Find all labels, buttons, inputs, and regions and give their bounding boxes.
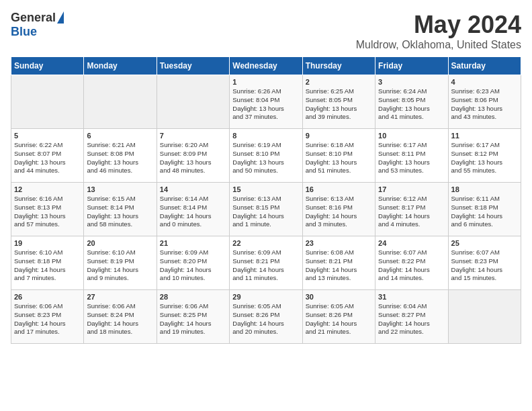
day-info: Sunrise: 6:20 AM Sunset: 8:09 PM Dayligh… [160, 141, 226, 175]
calendar-cell: 30Sunrise: 6:05 AM Sunset: 8:26 PM Dayli… [302, 290, 375, 344]
calendar-cell: 24Sunrise: 6:07 AM Sunset: 8:22 PM Dayli… [375, 236, 448, 290]
calendar-cell: 19Sunrise: 6:10 AM Sunset: 8:18 PM Dayli… [11, 236, 84, 290]
day-info: Sunrise: 6:10 AM Sunset: 8:18 PM Dayligh… [14, 248, 81, 283]
day-number: 27 [87, 293, 153, 301]
day-info: Sunrise: 6:24 AM Sunset: 8:05 PM Dayligh… [378, 87, 445, 122]
calendar-cell [448, 290, 521, 344]
weekday-header: Friday [375, 57, 448, 75]
calendar-cell: 9Sunrise: 6:18 AM Sunset: 8:10 PM Daylig… [302, 129, 375, 183]
calendar-cell [84, 75, 157, 129]
day-info: Sunrise: 6:07 AM Sunset: 8:22 PM Dayligh… [378, 248, 445, 283]
day-info: Sunrise: 6:06 AM Sunset: 8:25 PM Dayligh… [160, 302, 226, 336]
calendar-cell [157, 75, 229, 129]
day-info: Sunrise: 6:18 AM Sunset: 8:10 PM Dayligh… [306, 141, 372, 175]
logo-blue-text: Blue [11, 25, 37, 39]
day-number: 24 [378, 239, 445, 247]
day-number: 6 [87, 132, 153, 140]
logo-general-text: General [11, 11, 56, 25]
calendar-cell: 27Sunrise: 6:06 AM Sunset: 8:24 PM Dayli… [84, 290, 157, 344]
calendar-week-row: 26Sunrise: 6:06 AM Sunset: 8:23 PM Dayli… [11, 290, 521, 344]
day-info: Sunrise: 6:26 AM Sunset: 8:04 PM Dayligh… [232, 87, 299, 122]
day-info: Sunrise: 6:13 AM Sunset: 8:15 PM Dayligh… [232, 195, 299, 229]
day-info: Sunrise: 6:08 AM Sunset: 8:21 PM Dayligh… [306, 248, 372, 283]
day-info: Sunrise: 6:25 AM Sunset: 8:05 PM Dayligh… [306, 87, 372, 122]
day-number: 12 [14, 185, 81, 193]
day-info: Sunrise: 6:09 AM Sunset: 8:20 PM Dayligh… [160, 248, 226, 283]
day-number: 21 [160, 239, 226, 247]
day-info: Sunrise: 6:13 AM Sunset: 8:16 PM Dayligh… [306, 195, 372, 229]
calendar-cell: 15Sunrise: 6:13 AM Sunset: 8:15 PM Dayli… [230, 183, 302, 236]
weekday-header: Wednesday [230, 57, 302, 75]
day-info: Sunrise: 6:05 AM Sunset: 8:26 PM Dayligh… [232, 302, 299, 336]
day-number: 5 [14, 132, 81, 140]
day-info: Sunrise: 6:17 AM Sunset: 8:12 PM Dayligh… [451, 141, 518, 175]
day-number: 8 [232, 132, 299, 140]
month-title: May 2024 [356, 11, 521, 39]
calendar-cell: 26Sunrise: 6:06 AM Sunset: 8:23 PM Dayli… [11, 290, 84, 344]
calendar-cell: 21Sunrise: 6:09 AM Sunset: 8:20 PM Dayli… [157, 236, 229, 290]
day-info: Sunrise: 6:05 AM Sunset: 8:26 PM Dayligh… [306, 302, 372, 336]
day-info: Sunrise: 6:09 AM Sunset: 8:21 PM Dayligh… [232, 248, 299, 283]
calendar-cell: 16Sunrise: 6:13 AM Sunset: 8:16 PM Dayli… [302, 183, 375, 236]
day-info: Sunrise: 6:14 AM Sunset: 8:14 PM Dayligh… [160, 195, 226, 229]
day-number: 2 [306, 78, 372, 86]
day-info: Sunrise: 6:16 AM Sunset: 8:13 PM Dayligh… [14, 195, 81, 229]
day-number: 30 [306, 293, 372, 301]
calendar-cell: 23Sunrise: 6:08 AM Sunset: 8:21 PM Dayli… [302, 236, 375, 290]
calendar-cell: 29Sunrise: 6:05 AM Sunset: 8:26 PM Dayli… [230, 290, 302, 344]
day-number: 1 [232, 78, 299, 86]
calendar-cell: 13Sunrise: 6:15 AM Sunset: 8:14 PM Dayli… [84, 183, 157, 236]
day-info: Sunrise: 6:11 AM Sunset: 8:18 PM Dayligh… [451, 195, 518, 229]
calendar-cell: 28Sunrise: 6:06 AM Sunset: 8:25 PM Dayli… [157, 290, 229, 344]
calendar-cell: 22Sunrise: 6:09 AM Sunset: 8:21 PM Dayli… [230, 236, 302, 290]
calendar-header-row: SundayMondayTuesdayWednesdayThursdayFrid… [11, 57, 521, 75]
day-info: Sunrise: 6:06 AM Sunset: 8:24 PM Dayligh… [87, 302, 153, 336]
calendar-cell: 8Sunrise: 6:19 AM Sunset: 8:10 PM Daylig… [230, 129, 302, 183]
logo-triangle-icon [57, 11, 64, 24]
day-info: Sunrise: 6:12 AM Sunset: 8:17 PM Dayligh… [378, 195, 445, 229]
calendar-cell: 3Sunrise: 6:24 AM Sunset: 8:05 PM Daylig… [375, 75, 448, 129]
day-number: 7 [160, 132, 226, 140]
day-number: 23 [306, 239, 372, 247]
weekday-header: Sunday [11, 57, 84, 75]
calendar-week-row: 1Sunrise: 6:26 AM Sunset: 8:04 PM Daylig… [11, 75, 521, 129]
day-info: Sunrise: 6:21 AM Sunset: 8:08 PM Dayligh… [87, 141, 153, 175]
calendar-cell: 18Sunrise: 6:11 AM Sunset: 8:18 PM Dayli… [448, 183, 521, 236]
day-number: 13 [87, 185, 153, 193]
calendar-table: SundayMondayTuesdayWednesdayThursdayFrid… [11, 56, 521, 344]
calendar-cell: 1Sunrise: 6:26 AM Sunset: 8:04 PM Daylig… [230, 75, 302, 129]
weekday-header: Tuesday [157, 57, 229, 75]
day-number: 11 [451, 132, 518, 140]
day-number: 10 [378, 132, 445, 140]
day-number: 14 [160, 185, 226, 193]
weekday-header: Thursday [302, 57, 375, 75]
day-number: 26 [14, 293, 81, 301]
calendar-cell: 17Sunrise: 6:12 AM Sunset: 8:17 PM Dayli… [375, 183, 448, 236]
calendar-week-row: 19Sunrise: 6:10 AM Sunset: 8:18 PM Dayli… [11, 236, 521, 290]
day-number: 22 [232, 239, 299, 247]
day-number: 15 [232, 185, 299, 193]
day-number: 25 [451, 239, 518, 247]
day-info: Sunrise: 6:10 AM Sunset: 8:19 PM Dayligh… [87, 248, 153, 283]
day-number: 17 [378, 185, 445, 193]
day-info: Sunrise: 6:19 AM Sunset: 8:10 PM Dayligh… [232, 141, 299, 175]
calendar-cell: 6Sunrise: 6:21 AM Sunset: 8:08 PM Daylig… [84, 129, 157, 183]
day-number: 28 [160, 293, 226, 301]
calendar-cell: 31Sunrise: 6:04 AM Sunset: 8:27 PM Dayli… [375, 290, 448, 344]
day-info: Sunrise: 6:06 AM Sunset: 8:23 PM Dayligh… [14, 302, 81, 336]
day-info: Sunrise: 6:22 AM Sunset: 8:07 PM Dayligh… [14, 141, 81, 175]
day-info: Sunrise: 6:04 AM Sunset: 8:27 PM Dayligh… [378, 302, 445, 336]
day-number: 31 [378, 293, 445, 301]
day-number: 16 [306, 185, 372, 193]
calendar-week-row: 5Sunrise: 6:22 AM Sunset: 8:07 PM Daylig… [11, 129, 521, 183]
day-info: Sunrise: 6:15 AM Sunset: 8:14 PM Dayligh… [87, 195, 153, 229]
calendar-cell: 12Sunrise: 6:16 AM Sunset: 8:13 PM Dayli… [11, 183, 84, 236]
page-header: General Blue May 2024 Muldrow, Oklahoma,… [11, 11, 521, 51]
calendar-cell: 20Sunrise: 6:10 AM Sunset: 8:19 PM Dayli… [84, 236, 157, 290]
calendar-cell: 5Sunrise: 6:22 AM Sunset: 8:07 PM Daylig… [11, 129, 84, 183]
calendar-cell: 4Sunrise: 6:23 AM Sunset: 8:06 PM Daylig… [448, 75, 521, 129]
day-number: 3 [378, 78, 445, 86]
day-number: 19 [14, 239, 81, 247]
calendar-cell: 14Sunrise: 6:14 AM Sunset: 8:14 PM Dayli… [157, 183, 229, 236]
day-info: Sunrise: 6:23 AM Sunset: 8:06 PM Dayligh… [451, 87, 518, 122]
